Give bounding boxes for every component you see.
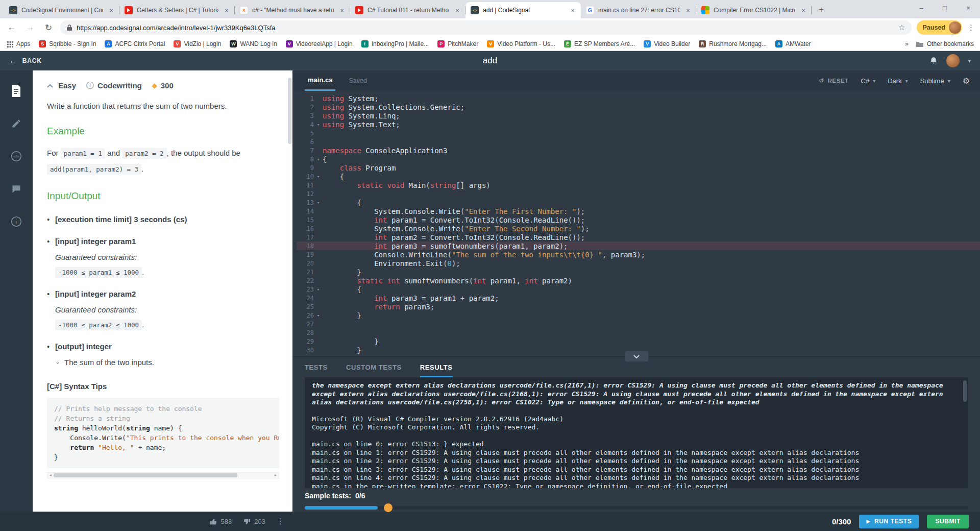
new-tab-button[interactable]: + xyxy=(815,3,828,16)
back-button[interactable]: ← BACK xyxy=(9,56,42,65)
sidebar-item-console[interactable]: </> xyxy=(7,147,26,165)
code-line[interactable]: 19 Console.WriteLine("The sum of the two… xyxy=(297,250,980,259)
code-line[interactable]: 11 static void Main(string[] args) xyxy=(297,181,980,189)
code-line[interactable]: 8▾{ xyxy=(297,155,980,163)
bookmark-item[interactable]: VVideoreelApp | Login xyxy=(286,40,353,47)
bookmark-item[interactable]: VVidZio | Login xyxy=(174,40,221,47)
browser-tab[interactable]: <>CodeSignal Environment | CodeS× xyxy=(4,2,119,18)
maximize-button[interactable]: □ xyxy=(933,0,957,15)
code-line[interactable]: 29 } xyxy=(297,337,980,346)
like-button[interactable]: 588 xyxy=(210,518,232,525)
code-line[interactable]: 16 System.Console.Write("Enter The Secon… xyxy=(297,224,980,233)
code-line[interactable]: 20 Environment.Exit(0); xyxy=(297,259,980,268)
sidebar-item-comments[interactable] xyxy=(7,180,26,198)
bookmark-item[interactable]: AAMWater xyxy=(775,40,811,47)
submit-button[interactable]: SUBMIT xyxy=(927,515,969,528)
dislike-button[interactable]: 203 xyxy=(243,518,265,525)
language-select[interactable]: C# ▾ xyxy=(861,77,876,85)
tab-close-icon[interactable]: × xyxy=(799,6,807,14)
tab-close-icon[interactable]: × xyxy=(453,6,461,14)
tab-tests[interactable]: TESTS xyxy=(305,357,328,377)
code-line[interactable]: 10▾ { xyxy=(297,172,980,181)
bookmark-item[interactable]: SSqribble - Sign In xyxy=(39,40,96,47)
console-scrollbar[interactable] xyxy=(963,380,967,402)
browser-tab[interactable]: Gmain.cs on line 27: error CS1022× xyxy=(581,2,696,18)
tab-close-icon[interactable]: × xyxy=(338,6,346,14)
code-line[interactable]: 21 } xyxy=(297,268,980,276)
sidebar-item-task-description[interactable] xyxy=(7,82,26,100)
code-line[interactable]: 15 int param1 = Convert.ToInt32(Console.… xyxy=(297,215,980,224)
url-input[interactable]: https://app.codesignal.com/arcade/intro/… xyxy=(60,20,912,35)
run-tests-button[interactable]: ▶ RUN TESTS xyxy=(859,515,919,528)
code-line[interactable]: 3using System.Linq; xyxy=(297,111,980,120)
bell-icon[interactable] xyxy=(929,56,938,65)
code-line[interactable]: 13▾ { xyxy=(297,198,980,207)
code-line[interactable]: 1using System; xyxy=(297,94,980,103)
tab-custom-tests[interactable]: CUSTOM TESTS xyxy=(346,357,402,377)
code-line[interactable]: 27 xyxy=(297,320,980,328)
scroll-left-icon[interactable]: ◂ xyxy=(47,473,54,477)
forward-nav-icon[interactable]: → xyxy=(23,21,37,34)
fold-marker[interactable]: ▾ xyxy=(314,313,323,318)
bookmarks-overflow-icon[interactable]: » xyxy=(905,40,909,47)
browser-menu-icon[interactable]: ⋮ xyxy=(967,23,975,32)
minimize-button[interactable]: – xyxy=(910,0,933,15)
bookmark-item[interactable]: VVideo Builder xyxy=(644,40,690,47)
code-line[interactable]: 4▾using System.Text; xyxy=(297,120,980,129)
code-line[interactable]: 25 return param3; xyxy=(297,302,980,311)
scrollbar-thumb[interactable] xyxy=(54,473,237,477)
chevron-down-icon[interactable]: ▾ xyxy=(968,58,971,64)
fold-marker[interactable]: ▾ xyxy=(314,174,323,179)
fold-marker[interactable]: ▾ xyxy=(314,287,323,292)
bookmark-item[interactable]: RRushmore Mortgag... xyxy=(699,40,767,47)
theme-select[interactable]: Dark ▾ xyxy=(888,77,908,85)
tab-close-icon[interactable]: × xyxy=(223,6,231,14)
code-line[interactable]: 9 class Program xyxy=(297,163,980,172)
code-editor[interactable]: 1using System;2using System.Collections.… xyxy=(292,91,980,356)
keymap-select[interactable]: Sublime ▾ xyxy=(920,77,950,85)
more-options-icon[interactable]: ⋮ xyxy=(277,517,284,526)
refresh-icon[interactable]: ↻ xyxy=(42,21,55,34)
code-line[interactable]: 2using System.Collections.Generic; xyxy=(297,103,980,111)
gear-icon[interactable]: ⚙ xyxy=(963,76,970,86)
other-bookmarks[interactable]: Other bookmarks xyxy=(916,40,974,47)
code-line[interactable]: 28 xyxy=(297,328,980,337)
code-line[interactable]: 14 System.Console.Write("Enter The First… xyxy=(297,207,980,215)
tab-close-icon[interactable]: × xyxy=(107,6,115,14)
browser-tab[interactable]: Compiler Error CS1022 | Micros× xyxy=(696,2,812,18)
bookmark-item[interactable]: IInboxingPro | Maile... xyxy=(361,40,429,47)
close-button[interactable]: × xyxy=(957,0,980,15)
reset-button[interactable]: ↺ RESET xyxy=(819,77,849,84)
tab-results[interactable]: RESULTS xyxy=(420,357,453,377)
back-nav-icon[interactable]: ← xyxy=(5,21,18,34)
sidebar-item-info[interactable]: i xyxy=(7,212,26,231)
code-line[interactable]: 18 int param3 = sumoftwonumbers(param1, … xyxy=(297,242,980,250)
browser-tab[interactable]: C# Tutorial 011 - return Method× xyxy=(350,2,465,18)
bookmark-item[interactable]: VVideo Platform - Us... xyxy=(487,40,555,47)
sidebar-item-draw[interactable] xyxy=(7,114,26,133)
code-line[interactable]: 12 xyxy=(297,189,980,198)
code-line[interactable]: 22 static int sumoftwonumbers(int param1… xyxy=(297,276,980,285)
collapse-panel-button[interactable] xyxy=(625,351,648,361)
bookmark-item[interactable]: WWAND Log in xyxy=(230,40,277,47)
sync-paused-badge[interactable]: Paused xyxy=(917,20,962,35)
fold-marker[interactable]: ▾ xyxy=(314,122,323,127)
code-line[interactable]: 6 xyxy=(297,137,980,146)
code-line[interactable]: 7namespace ConsoleApplication3 xyxy=(297,146,980,155)
code-line[interactable]: 5 xyxy=(297,129,980,137)
browser-tab[interactable]: sc# - "Method must have a retur× xyxy=(235,2,350,18)
browser-tab[interactable]: Getters & Setters | C# | Tutorial 2× xyxy=(119,2,235,18)
file-tab-main-cs[interactable]: main.cs xyxy=(305,70,335,91)
bookmark-item[interactable]: AACFC Citrix Portal xyxy=(105,40,165,47)
scroll-right-icon[interactable]: ▸ xyxy=(273,473,279,477)
code-line[interactable]: 24 int param3 = param1 + param2; xyxy=(297,294,980,302)
bookmark-item[interactable]: Apps xyxy=(6,40,30,47)
tab-close-icon[interactable]: × xyxy=(569,6,577,14)
tab-close-icon[interactable]: × xyxy=(684,6,692,14)
bookmark-star-icon[interactable]: ☆ xyxy=(898,23,905,32)
fold-marker[interactable]: ▾ xyxy=(314,157,323,162)
code-line[interactable]: 26▾ } xyxy=(297,311,980,320)
code-line[interactable]: 17 int param2 = Convert.ToInt32(Console.… xyxy=(297,233,980,242)
fold-marker[interactable]: ▾ xyxy=(314,200,323,205)
scrollbar-track[interactable] xyxy=(54,473,273,478)
